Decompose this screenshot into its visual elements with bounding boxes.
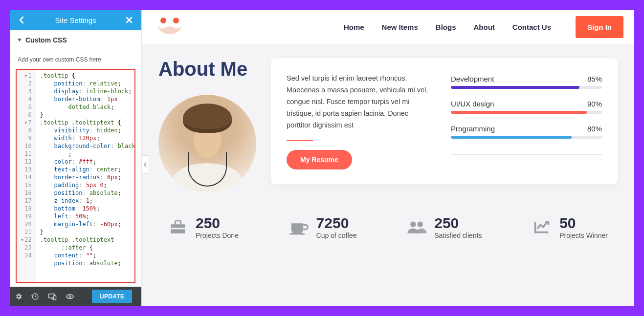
nav-item-home[interactable]: Home (344, 23, 364, 31)
resume-button[interactable]: My Resume (287, 150, 352, 169)
skill-name: Programming (451, 125, 495, 133)
svg-point-4 (173, 18, 179, 23)
stat-label: Cup of coffee (316, 232, 357, 239)
svg-point-9 (418, 222, 423, 227)
devices-icon[interactable] (48, 292, 57, 301)
site-topbar: HomeNew ItemsBlogsAboutContact Us Sign I… (142, 10, 634, 44)
site-logo[interactable] (153, 15, 187, 39)
css-editor[interactable]: ▾1234 56▾78910 1112131415161718192021▾22… (16, 69, 135, 283)
sidebar-header: Site Settings (10, 10, 141, 30)
collapse-sidebar-handle[interactable] (142, 155, 149, 174)
stat-label: Projects Winner (559, 232, 608, 239)
users-icon (407, 217, 426, 237)
avatar (158, 95, 256, 192)
close-icon[interactable] (124, 15, 134, 25)
skill-name: UI/UX design (451, 100, 494, 108)
svg-point-2 (69, 295, 71, 297)
nav-item-blogs[interactable]: Blogs (436, 23, 456, 31)
bio-text: Sed vel turpis id enim laoreet rhoncus. … (287, 73, 433, 131)
about-card: Sed vel turpis id enim laoreet rhoncus. … (271, 58, 618, 184)
progress-bar (451, 111, 602, 114)
svg-point-8 (410, 222, 416, 227)
stat-number: 50 (559, 215, 608, 232)
skill-percent: 80% (587, 125, 602, 133)
svg-rect-6 (171, 228, 185, 229)
briefcase-icon (168, 217, 188, 237)
nav-item-new-items[interactable]: New Items (382, 23, 418, 31)
stat-item: 250 Satisfied clients (407, 215, 482, 239)
css-hint: Add your own custom CSS here (10, 50, 141, 69)
main-nav: HomeNew ItemsBlogsAboutContact Us (344, 23, 551, 31)
preview-pane: HomeNew ItemsBlogsAboutContact Us Sign I… (142, 10, 634, 306)
divider (287, 140, 313, 141)
coffee-icon (289, 217, 309, 237)
progress-bar (451, 86, 602, 89)
nav-item-about[interactable]: About (473, 23, 494, 31)
caret-down-icon (18, 39, 22, 42)
skill-item: Programming 80% (451, 125, 602, 139)
stat-number: 250 (434, 215, 482, 232)
svg-point-3 (160, 18, 166, 23)
stat-item: 250 Projects Done (168, 215, 239, 239)
skill-percent: 90% (587, 100, 602, 108)
skill-percent: 85% (587, 75, 602, 83)
svg-rect-7 (289, 233, 305, 234)
accordion-label: Custom CSS (25, 36, 67, 44)
svg-rect-1 (53, 296, 56, 300)
stat-number: 250 (196, 215, 239, 232)
gear-icon[interactable] (15, 292, 22, 301)
sign-in-button[interactable]: Sign In (576, 16, 623, 38)
eye-icon[interactable] (66, 292, 74, 301)
update-button[interactable]: UPDATE (92, 290, 132, 303)
chart-icon (532, 217, 552, 237)
nav-item-contact-us[interactable]: Contact Us (512, 23, 551, 31)
stat-label: Projects Done (196, 232, 239, 239)
back-icon[interactable] (17, 15, 27, 25)
skill-item: UI/UX design 90% (451, 100, 602, 114)
page-title: About Me (158, 58, 256, 80)
stat-item: 7250 Cup of coffee (289, 215, 357, 239)
accordion-custom-css[interactable]: Custom CSS (10, 30, 141, 50)
skills-list: Development 85% UI/UX design 90% Program… (451, 73, 602, 155)
editor-bottom-bar: UPDATE (10, 287, 141, 306)
editor-sidebar: Site Settings Custom CSS Add your own cu… (10, 10, 142, 306)
progress-bar (451, 136, 602, 139)
stat-label: Satisfied clients (434, 232, 482, 239)
stat-number: 7250 (316, 215, 357, 232)
sidebar-title: Site Settings (55, 16, 96, 24)
history-icon[interactable] (31, 292, 39, 301)
stat-item: 50 Projects Winner (532, 215, 608, 239)
stats-row: 250 Projects Done 7250 Cup of coffee 250… (168, 215, 608, 239)
skill-item: Development 85% (451, 75, 602, 89)
skill-name: Development (451, 75, 494, 83)
